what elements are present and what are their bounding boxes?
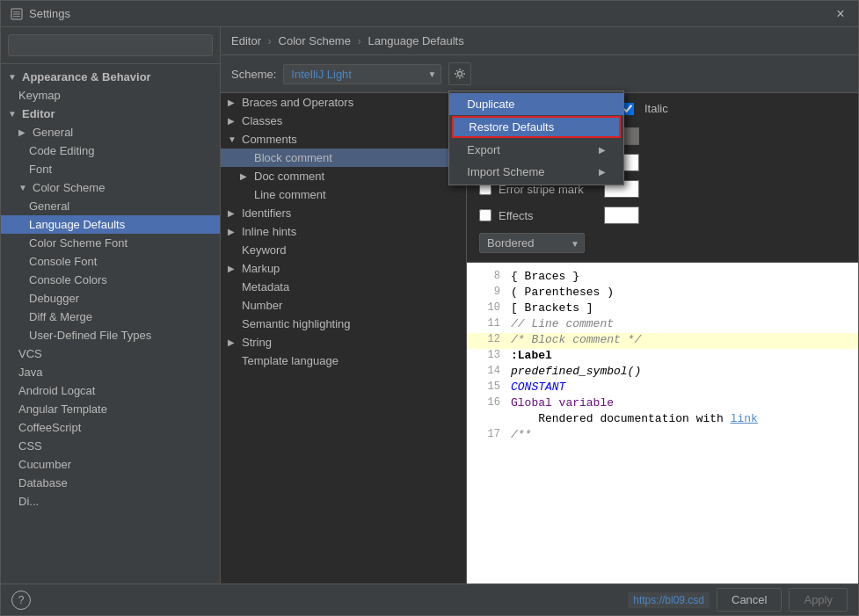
sidebar-item-di[interactable]: Di... [1, 492, 220, 511]
sidebar-item-console-font[interactable]: Console Font [1, 252, 220, 271]
sidebar-item-cs-font[interactable]: Color Scheme Font [1, 234, 220, 252]
effects-row: Effects [479, 207, 846, 224]
svg-rect-1 [13, 11, 20, 12]
expand-arrow-color-scheme: ▼ [18, 183, 29, 193]
line-num-8: 8 [474, 270, 500, 286]
breadcrumb-color-scheme: Color Scheme [279, 34, 351, 47]
code-content-14: predefined_symbol() [511, 365, 851, 380]
sidebar-item-vcs[interactable]: VCS [1, 344, 220, 363]
cat-template[interactable]: Template language [221, 351, 466, 370]
expand-arrow-editor: ▼ [8, 109, 18, 120]
code-content-16b: Rendered documentation with link [511, 412, 851, 428]
window-title: Settings [29, 7, 832, 20]
cat-number[interactable]: Number [221, 296, 466, 315]
line-num-11: 11 [474, 317, 500, 333]
expand-semantic [228, 319, 240, 329]
line-num-9: 9 [474, 286, 500, 301]
sidebar-item-language-defaults[interactable]: Language Defaults [1, 215, 220, 234]
expand-doc: ▶ [240, 171, 252, 181]
line-num-16: 16 [474, 396, 500, 412]
cat-markup[interactable]: ▶ Markup [221, 259, 466, 278]
gear-dropdown-container: Duplicate Restore Defaults Export ▶ Impo… [448, 62, 471, 85]
code-line-16b: Rendered documentation with link [467, 412, 858, 428]
close-button[interactable]: × [832, 5, 849, 23]
sidebar-item-general[interactable]: ▶ General [1, 123, 220, 141]
breadcrumb-sep2: › [358, 34, 361, 47]
cat-inline-hints[interactable]: ▶ Inline hints [221, 222, 466, 241]
sidebar-item-appearance[interactable]: ▼ Appearance & Behavior [1, 68, 220, 86]
cancel-button[interactable]: Cancel [717, 588, 782, 612]
cat-identifiers[interactable]: ▶ Identifiers [221, 204, 466, 222]
ctx-import[interactable]: Import Scheme ▶ [449, 161, 623, 183]
code-line-17: 17 /** [467, 428, 858, 444]
code-line-15: 15 CONSTANT [467, 380, 858, 396]
expand-inline: ▶ [228, 227, 240, 236]
sidebar-item-font[interactable]: Font [1, 160, 220, 178]
doc-link: link [731, 412, 758, 425]
svg-rect-2 [13, 13, 20, 14]
cat-doc-comment[interactable]: ▶ Doc comment [221, 167, 466, 185]
sidebar-item-cs-general[interactable]: General [1, 197, 220, 215]
sidebar-item-console-colors[interactable]: Console Colors [1, 271, 220, 289]
apply-button[interactable]: Apply [789, 588, 848, 612]
expand-comments: ▼ [228, 134, 240, 144]
ctx-restore-defaults[interactable]: Restore Defaults [452, 116, 621, 138]
sidebar-item-editor[interactable]: ▼ Editor [1, 105, 220, 123]
cat-classes[interactable]: ▶ Classes [221, 112, 466, 130]
help-button[interactable]: ? [11, 591, 31, 610]
bottom-bar: ? https://bl09.csd Cancel Apply [1, 583, 858, 615]
italic-label: Italic [644, 102, 750, 115]
code-line-16a: 16 Global variable [467, 396, 858, 412]
expand-classes: ▶ [228, 116, 240, 126]
code-content-13: :Label [511, 349, 851, 365]
cat-line-comment[interactable]: Line comment [221, 185, 466, 204]
line-num-12: 12 [474, 333, 500, 349]
cat-string[interactable]: ▶ String [221, 333, 466, 351]
cat-keyword[interactable]: Keyword [221, 241, 466, 259]
cat-comments[interactable]: ▼ Comments [221, 130, 466, 149]
cat-braces[interactable]: ▶ Braces and Operators [221, 93, 466, 112]
gear-button[interactable] [448, 62, 471, 85]
sidebar-item-cucumber[interactable]: Cucumber [1, 455, 220, 474]
cat-semantic[interactable]: Semantic highlighting [221, 315, 466, 333]
expand-arrow: ▼ [8, 72, 18, 83]
effects-type-select[interactable]: Bordered Underscored Strikethrough [479, 233, 585, 253]
sidebar-item-user-defined[interactable]: User-Defined File Types [1, 326, 220, 344]
submenu-arrow-export: ▶ [599, 145, 606, 155]
sidebar-item-database[interactable]: Database [1, 474, 220, 492]
breadcrumb: Editor › Color Scheme › Language Default… [221, 27, 858, 55]
search-input[interactable] [8, 34, 213, 56]
code-content-9: ( Parentheses ) [511, 286, 851, 301]
sidebar-item-android-logcat[interactable]: Android Logcat [1, 381, 220, 400]
sidebar-item-coffeescript[interactable]: CoffeeScript [1, 418, 220, 437]
code-preview: 8 { Braces } 9 ( Parentheses ) 10 [ Brac… [467, 263, 858, 583]
scheme-select[interactable]: IntelliJ Light Default Darcula [283, 64, 441, 84]
ctx-export[interactable]: Export ▶ [449, 139, 623, 161]
sidebar-item-debugger[interactable]: Debugger [1, 289, 220, 308]
sidebar-item-keymap[interactable]: Keymap [1, 86, 220, 105]
expand-braces: ▶ [228, 98, 240, 107]
sidebar-item-diff-merge[interactable]: Diff & Merge [1, 308, 220, 326]
effects-type-row: Bordered Underscored Strikethrough ▼ [479, 233, 846, 253]
effects-label: Effects [499, 209, 604, 222]
effects-checkbox[interactable] [479, 209, 491, 221]
code-line-14: 14 predefined_symbol() [467, 365, 858, 380]
scheme-label: Scheme: [231, 68, 276, 81]
code-content-10: [ Brackets ] [511, 301, 851, 317]
context-menu: Duplicate Restore Defaults Export ▶ Impo… [448, 91, 624, 185]
code-line-13: 13 :Label [467, 349, 858, 365]
expand-string: ▶ [228, 337, 240, 347]
effects-swatch[interactable] [604, 207, 639, 224]
sidebar-item-code-editing[interactable]: Code Editing [1, 141, 220, 160]
sidebar-item-css[interactable]: CSS [1, 437, 220, 455]
cat-block-comment[interactable]: Block comment [221, 149, 466, 167]
cat-metadata[interactable]: Metadata [221, 278, 466, 296]
sidebar-item-java[interactable]: Java [1, 363, 220, 381]
ctx-duplicate[interactable]: Duplicate [449, 93, 623, 115]
code-line-8: 8 { Braces } [467, 270, 858, 286]
sidebar-item-angular[interactable]: Angular Template [1, 400, 220, 418]
breadcrumb-sep1: › [268, 34, 272, 47]
sidebar-item-color-scheme[interactable]: ▼ Color Scheme [1, 178, 220, 197]
svg-rect-3 [13, 16, 20, 17]
line-num-17: 17 [474, 428, 500, 444]
